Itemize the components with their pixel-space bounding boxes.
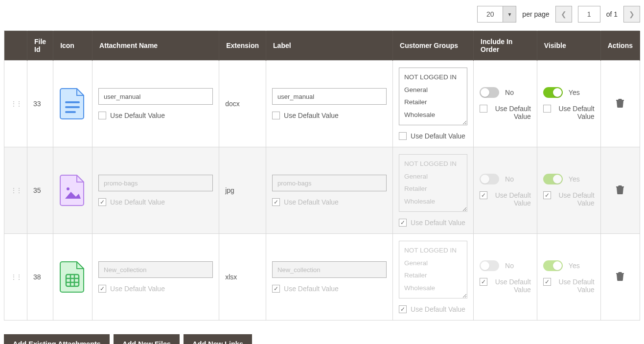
- checkbox[interactable]: [543, 105, 551, 113]
- file-type-icon: [59, 261, 86, 293]
- list-item[interactable]: Wholesale: [404, 109, 462, 121]
- table-row: ⋮⋮ 38 ✓ Use Default Value xlsx ✓ Use Def…: [4, 234, 640, 321]
- file-id: 33: [27, 61, 53, 147]
- list-item[interactable]: Retailer: [404, 96, 462, 109]
- list-item: General: [404, 257, 462, 270]
- toggle-label: Yes: [569, 175, 580, 183]
- label-input: [272, 175, 387, 191]
- extension: docx: [219, 61, 266, 147]
- col-icon: Icon: [53, 31, 92, 61]
- attachment-name-input: [98, 261, 213, 278]
- label-input[interactable]: [272, 88, 387, 105]
- trash-icon: [616, 184, 624, 194]
- list-item: NOT LOGGED IN: [404, 244, 462, 257]
- use-default-label: Use Default Value: [557, 278, 595, 294]
- customer-groups-select: NOT LOGGED INGeneralRetailerWholesale: [399, 241, 467, 298]
- use-default-label: Use Default Value: [284, 112, 339, 119]
- attachment-name-input[interactable]: [98, 88, 213, 105]
- use-default-label: Use Default Value: [411, 219, 465, 227]
- use-default-label: Use Default Value: [493, 105, 531, 120]
- col-cg: Customer Groups: [393, 31, 474, 61]
- checkbox[interactable]: ✓: [98, 198, 106, 206]
- file-type-icon: [59, 88, 86, 120]
- use-default-label: Use Default Value: [557, 105, 595, 120]
- toggle: [543, 260, 563, 271]
- add-new-links-button[interactable]: Add New Links: [184, 334, 252, 344]
- prev-page-button[interactable]: ❮: [555, 6, 572, 23]
- file-id: 38: [27, 234, 53, 321]
- toggle-label: Yes: [569, 262, 580, 270]
- use-default-label: Use Default Value: [110, 112, 165, 119]
- file-type-icon: [59, 174, 86, 206]
- drag-handle-icon[interactable]: ⋮⋮: [10, 273, 21, 281]
- toggle-label: Yes: [569, 89, 580, 96]
- checkbox[interactable]: ✓: [480, 278, 487, 286]
- col-order: Include In Order: [474, 31, 537, 61]
- svg-point-3: [67, 187, 69, 190]
- chevron-left-icon: ❮: [561, 10, 567, 18]
- list-item[interactable]: General: [404, 84, 462, 96]
- list-item: NOT LOGGED IN: [404, 158, 462, 170]
- pager: ▼ per page ❮ of 1 ❯: [4, 3, 640, 30]
- checkbox[interactable]: [98, 112, 106, 119]
- checkbox[interactable]: ✓: [543, 278, 551, 286]
- list-item: Retailer: [404, 183, 462, 195]
- toggle-label: No: [505, 175, 514, 183]
- customer-groups-select: NOT LOGGED INGeneralRetailerWholesale: [399, 154, 467, 212]
- page-size-value[interactable]: [477, 6, 503, 23]
- col-drag: [4, 31, 27, 61]
- checkbox[interactable]: ✓: [543, 191, 551, 199]
- list-item: Retailer: [404, 269, 462, 282]
- customer-groups-select[interactable]: NOT LOGGED INGeneralRetailerWholesale: [399, 68, 467, 125]
- toggle[interactable]: [480, 87, 499, 98]
- use-default-label: Use Default Value: [411, 132, 465, 140]
- use-default-label: Use Default Value: [493, 278, 531, 294]
- add-existing-button[interactable]: Add Existing Attachments: [4, 334, 110, 344]
- checkbox[interactable]: [399, 132, 407, 140]
- use-default-label: Use Default Value: [411, 305, 465, 313]
- col-ext: Extension: [219, 31, 266, 61]
- chevron-right-icon: ❯: [629, 10, 635, 18]
- toggle-label: No: [505, 262, 514, 270]
- delete-button[interactable]: [616, 100, 624, 110]
- col-name: Attachment Name: [92, 31, 219, 61]
- use-default-label: Use Default Value: [493, 191, 531, 207]
- toggle-label: No: [505, 89, 514, 96]
- page-size-select[interactable]: ▼: [477, 6, 516, 23]
- delete-button[interactable]: [616, 186, 624, 196]
- col-visible: Visible: [537, 31, 600, 61]
- label-input: [272, 261, 387, 278]
- per-page-label: per page: [522, 10, 549, 18]
- toggle: [480, 260, 499, 271]
- checkbox[interactable]: ✓: [272, 285, 280, 293]
- delete-button[interactable]: [616, 273, 624, 283]
- extension: xlsx: [219, 234, 266, 321]
- checkbox[interactable]: ✓: [399, 305, 407, 313]
- drag-handle-icon[interactable]: ⋮⋮: [10, 100, 21, 108]
- file-id: 35: [27, 147, 53, 234]
- col-label: Label: [266, 31, 393, 61]
- next-page-button[interactable]: ❯: [623, 6, 640, 23]
- dropdown-icon[interactable]: ▼: [503, 6, 516, 23]
- action-buttons: Add Existing Attachments Add New Files A…: [4, 334, 640, 344]
- checkbox[interactable]: [272, 112, 280, 119]
- list-item[interactable]: NOT LOGGED IN: [404, 71, 462, 84]
- attachment-name-input: [98, 175, 213, 191]
- checkbox[interactable]: ✓: [399, 219, 407, 227]
- use-default-label: Use Default Value: [557, 191, 595, 207]
- checkbox[interactable]: ✓: [272, 198, 280, 206]
- checkbox[interactable]: [480, 105, 487, 113]
- of-label: of 1: [606, 10, 618, 18]
- list-item: Wholesale: [404, 282, 462, 295]
- list-item: Wholesale: [404, 195, 462, 208]
- toggle[interactable]: [543, 87, 563, 98]
- checkbox[interactable]: ✓: [480, 191, 487, 199]
- use-default-label: Use Default Value: [110, 285, 165, 293]
- col-file-id: File Id: [27, 31, 53, 61]
- toggle: [480, 174, 499, 184]
- drag-handle-icon[interactable]: ⋮⋮: [10, 186, 21, 194]
- extension: jpg: [219, 147, 266, 234]
- add-new-files-button[interactable]: Add New Files: [114, 334, 180, 344]
- checkbox[interactable]: ✓: [98, 285, 106, 293]
- current-page-input[interactable]: [578, 6, 600, 23]
